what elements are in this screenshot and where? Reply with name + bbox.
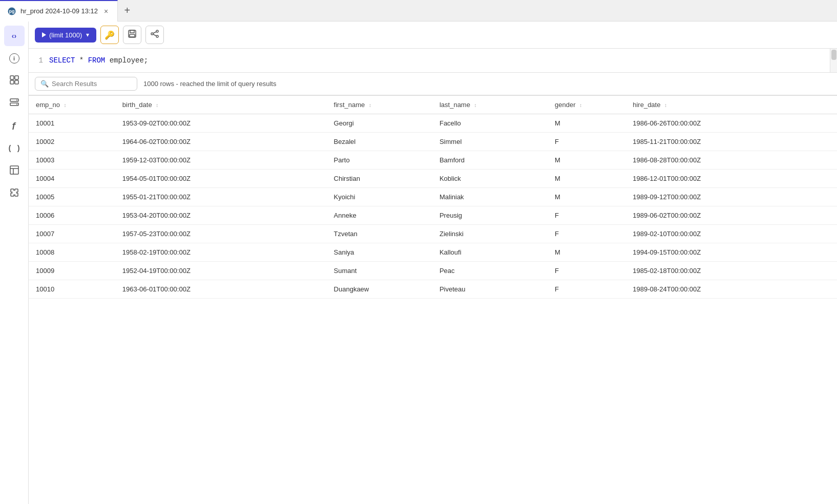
cell-last_name: Piveteau: [432, 280, 548, 299]
sidebar-item-info[interactable]: i: [4, 48, 25, 69]
key-button[interactable]: 🔑: [100, 26, 119, 44]
table-row[interactable]: 100081958-02-19T00:00:00ZSaniyaKalloufiM…: [29, 243, 837, 262]
table-row[interactable]: 100091952-04-19T00:00:00ZSumantPeacF1985…: [29, 262, 837, 280]
run-label: (limit 1000): [49, 31, 82, 39]
run-button[interactable]: (limit 1000) ▾: [35, 28, 96, 43]
share-button[interactable]: [145, 26, 164, 44]
cell-gender: F: [548, 280, 625, 299]
table-row[interactable]: 100021964-06-02T00:00:00ZBezalelSimmelF1…: [29, 133, 837, 151]
cell-last_name: Kalloufi: [432, 243, 548, 262]
scrollbar-thumb: [831, 50, 836, 60]
cell-birth_date: 1958-02-19T00:00:00Z: [115, 243, 327, 262]
svg-rect-20: [130, 34, 135, 37]
table-row[interactable]: 100101963-06-01T00:00:00ZDuangkaewPivete…: [29, 280, 837, 299]
cell-birth_date: 1954-05-01T00:00:00Z: [115, 170, 327, 188]
svg-text:pg: pg: [9, 9, 15, 14]
sort-icon-birth_date[interactable]: ↕: [156, 102, 158, 108]
sort-icon-hire_date[interactable]: ↕: [664, 102, 667, 108]
sort-icon-last_name[interactable]: ↕: [474, 102, 477, 108]
search-box[interactable]: 🔍: [35, 77, 137, 91]
select-keyword: SELECT: [49, 56, 75, 65]
sort-icon-emp_no[interactable]: ↕: [64, 102, 67, 108]
svg-line-24: [153, 32, 156, 33]
table-row[interactable]: 100061953-04-20T00:00:00ZAnnekePreusigF1…: [29, 206, 837, 225]
sort-icon-gender[interactable]: ↕: [579, 102, 582, 108]
tab-bar: pg hr_prod 2024-10-09 13:12 × +: [0, 0, 837, 22]
cell-first_name: Tzvetan: [327, 225, 432, 243]
active-tab[interactable]: pg hr_prod 2024-10-09 13:12 ×: [0, 0, 118, 22]
cell-gender: M: [548, 151, 625, 170]
function-icon: ƒ: [12, 121, 17, 131]
cell-emp_no: 10002: [29, 133, 115, 151]
table-row[interactable]: 100011953-09-02T00:00:00ZGeorgiFacelloM1…: [29, 114, 837, 133]
cell-last_name: Simmel: [432, 133, 548, 151]
sidebar-item-extensions[interactable]: [4, 183, 25, 204]
cell-emp_no: 10006: [29, 206, 115, 225]
table-container[interactable]: emp_no ↕ birth_date ↕ first_name ↕: [29, 95, 837, 504]
table-row[interactable]: 100041954-05-01T00:00:00ZChirstianKoblic…: [29, 170, 837, 188]
results-table: emp_no ↕ birth_date ↕ first_name ↕: [29, 95, 837, 299]
cell-first_name: Sumant: [327, 262, 432, 280]
table-row[interactable]: 100031959-12-03T00:00:00ZPartoBamfordM19…: [29, 151, 837, 170]
table-row[interactable]: 100071957-05-23T00:00:00ZTzvetanZielinsk…: [29, 225, 837, 243]
sidebar-item-expressions[interactable]: ( ): [4, 138, 25, 159]
sidebar-item-schema[interactable]: [4, 161, 25, 181]
cell-birth_date: 1953-04-20T00:00:00Z: [115, 206, 327, 225]
rows-info: 1000 rows - reached the limit of query r…: [143, 80, 276, 88]
toolbar: (limit 1000) ▾ 🔑: [29, 22, 837, 49]
cell-gender: F: [548, 133, 625, 151]
cell-last_name: Bamford: [432, 151, 548, 170]
cell-hire_date: 1989-09-12T00:00:00Z: [625, 188, 837, 206]
cell-birth_date: 1953-09-02T00:00:00Z: [115, 114, 327, 133]
save-icon: [128, 30, 136, 40]
col-header-birth_date[interactable]: birth_date ↕: [115, 96, 327, 114]
sidebar-item-collapse[interactable]: ‹›: [4, 26, 25, 46]
sort-icon-first_name[interactable]: ↕: [369, 102, 371, 108]
col-header-last_name[interactable]: last_name ↕: [432, 96, 548, 114]
cell-last_name: Facello: [432, 114, 548, 133]
sql-code[interactable]: SELECT * FROM employee;: [49, 55, 148, 66]
chevron-icon: ‹›: [12, 32, 16, 40]
sidebar-item-functions[interactable]: ƒ: [4, 116, 25, 136]
results-area: 🔍 1000 rows - reached the limit of query…: [29, 73, 837, 504]
pg-icon: pg: [7, 7, 16, 16]
sidebar-item-server[interactable]: [4, 93, 25, 114]
cell-birth_date: 1952-04-19T00:00:00Z: [115, 262, 327, 280]
cell-first_name: Parto: [327, 151, 432, 170]
cell-birth_date: 1959-12-03T00:00:00Z: [115, 151, 327, 170]
content-area: (limit 1000) ▾ 🔑: [29, 22, 837, 504]
cell-hire_date: 1986-08-28T00:00:00Z: [625, 151, 837, 170]
cell-hire_date: 1985-11-21T00:00:00Z: [625, 133, 837, 151]
col-header-first_name[interactable]: first_name ↕: [327, 96, 432, 114]
cell-emp_no: 10004: [29, 170, 115, 188]
new-tab-button[interactable]: +: [118, 0, 136, 22]
col-header-gender[interactable]: gender ↕: [548, 96, 625, 114]
cell-hire_date: 1989-06-02T00:00:00Z: [625, 206, 837, 225]
svg-rect-5: [15, 80, 18, 84]
cell-emp_no: 10009: [29, 262, 115, 280]
table-row[interactable]: 100051955-01-21T00:00:00ZKyoichiMaliniak…: [29, 188, 837, 206]
col-label-first_name: first_name: [334, 101, 365, 109]
sql-editor[interactable]: 1 SELECT * FROM employee;: [29, 49, 837, 73]
search-input[interactable]: [52, 80, 129, 88]
tab-close-button[interactable]: ×: [102, 6, 110, 16]
svg-rect-10: [10, 166, 18, 174]
table2-icon: [10, 165, 19, 177]
play-icon: [42, 32, 46, 37]
col-label-birth_date: birth_date: [122, 101, 152, 109]
vertical-scrollbar[interactable]: [830, 49, 837, 72]
cell-last_name: Koblick: [432, 170, 548, 188]
results-toolbar: 🔍 1000 rows - reached the limit of query…: [29, 73, 837, 95]
save-button[interactable]: [123, 26, 141, 44]
cell-emp_no: 10010: [29, 280, 115, 299]
cell-gender: M: [548, 188, 625, 206]
cell-last_name: Maliniak: [432, 188, 548, 206]
cell-first_name: Duangkaew: [327, 280, 432, 299]
cell-gender: M: [548, 170, 625, 188]
table-body: 100011953-09-02T00:00:00ZGeorgiFacelloM1…: [29, 114, 837, 299]
col-header-hire_date[interactable]: hire_date ↕: [625, 96, 837, 114]
sidebar-item-tables[interactable]: [4, 71, 25, 91]
cell-gender: M: [548, 114, 625, 133]
cell-hire_date: 1986-06-26T00:00:00Z: [625, 114, 837, 133]
col-header-emp_no[interactable]: emp_no ↕: [29, 96, 115, 114]
